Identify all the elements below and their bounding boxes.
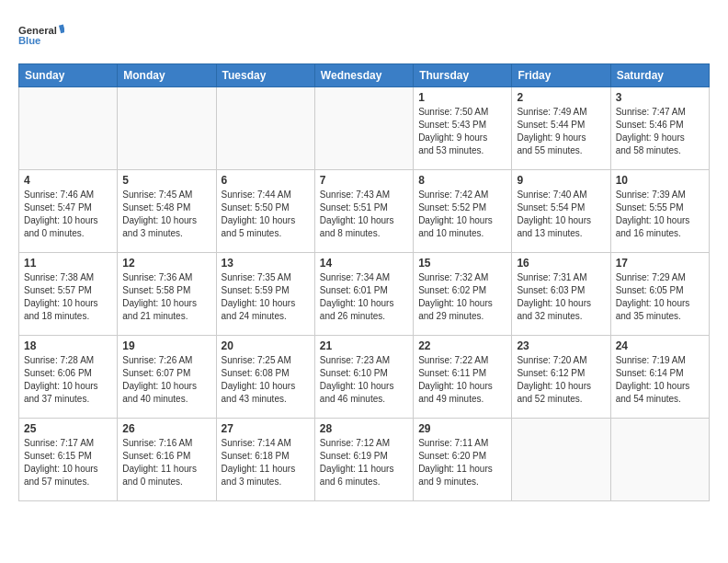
calendar-cell xyxy=(512,419,610,501)
calendar-cell: 27Sunrise: 7:14 AM Sunset: 6:18 PM Dayli… xyxy=(216,419,314,501)
day-info: Sunrise: 7:12 AM Sunset: 6:19 PM Dayligh… xyxy=(320,437,408,488)
day-info: Sunrise: 7:39 AM Sunset: 5:55 PM Dayligh… xyxy=(616,189,704,240)
calendar-cell: 21Sunrise: 7:23 AM Sunset: 6:10 PM Dayli… xyxy=(314,336,413,419)
weekday-header-thursday: Thursday xyxy=(414,64,512,87)
day-number: 5 xyxy=(122,174,210,187)
calendar-cell: 25Sunrise: 7:17 AM Sunset: 6:15 PM Dayli… xyxy=(19,419,118,501)
day-number: 2 xyxy=(517,91,605,104)
calendar-cell: 20Sunrise: 7:25 AM Sunset: 6:08 PM Dayli… xyxy=(216,336,314,419)
calendar-cell xyxy=(118,87,216,170)
day-info: Sunrise: 7:28 AM Sunset: 6:06 PM Dayligh… xyxy=(24,354,112,406)
day-number: 20 xyxy=(222,339,310,352)
day-info: Sunrise: 7:19 AM Sunset: 6:14 PM Dayligh… xyxy=(616,354,704,406)
day-number: 18 xyxy=(24,339,112,352)
day-info: Sunrise: 7:17 AM Sunset: 6:15 PM Dayligh… xyxy=(24,437,112,488)
calendar-cell: 10Sunrise: 7:39 AM Sunset: 5:55 PM Dayli… xyxy=(610,170,709,253)
calendar-cell: 29Sunrise: 7:11 AM Sunset: 6:20 PM Dayli… xyxy=(414,419,512,501)
day-number: 6 xyxy=(222,174,310,187)
weekday-header-row: SundayMondayTuesdayWednesdayThursdayFrid… xyxy=(19,64,710,87)
calendar-cell: 16Sunrise: 7:31 AM Sunset: 6:03 PM Dayli… xyxy=(512,253,610,336)
day-info: Sunrise: 7:50 AM Sunset: 5:43 PM Dayligh… xyxy=(418,106,506,157)
day-number: 10 xyxy=(616,174,704,187)
calendar-cell: 11Sunrise: 7:38 AM Sunset: 5:57 PM Dayli… xyxy=(19,253,118,336)
day-number: 11 xyxy=(24,257,112,270)
day-info: Sunrise: 7:32 AM Sunset: 6:02 PM Dayligh… xyxy=(418,271,506,323)
day-number: 1 xyxy=(418,91,506,104)
day-number: 14 xyxy=(320,257,408,270)
day-number: 26 xyxy=(122,422,210,435)
calendar-cell: 3Sunrise: 7:47 AM Sunset: 5:46 PM Daylig… xyxy=(610,87,709,170)
day-number: 23 xyxy=(517,339,605,352)
page-header: General Blue xyxy=(18,15,710,56)
calendar-cell: 13Sunrise: 7:35 AM Sunset: 5:59 PM Dayli… xyxy=(216,253,314,336)
calendar-cell xyxy=(610,419,709,501)
calendar-cell xyxy=(216,87,314,170)
day-info: Sunrise: 7:35 AM Sunset: 5:59 PM Dayligh… xyxy=(222,271,310,323)
day-info: Sunrise: 7:14 AM Sunset: 6:18 PM Dayligh… xyxy=(222,437,310,488)
logo: General Blue xyxy=(18,15,64,56)
day-info: Sunrise: 7:25 AM Sunset: 6:08 PM Dayligh… xyxy=(222,354,310,406)
calendar-cell: 28Sunrise: 7:12 AM Sunset: 6:19 PM Dayli… xyxy=(314,419,413,501)
calendar-cell: 17Sunrise: 7:29 AM Sunset: 6:05 PM Dayli… xyxy=(610,253,709,336)
day-info: Sunrise: 7:34 AM Sunset: 6:01 PM Dayligh… xyxy=(320,271,408,323)
day-info: Sunrise: 7:40 AM Sunset: 5:54 PM Dayligh… xyxy=(517,189,605,240)
day-info: Sunrise: 7:20 AM Sunset: 6:12 PM Dayligh… xyxy=(517,354,605,406)
weekday-header-saturday: Saturday xyxy=(610,64,709,87)
day-info: Sunrise: 7:23 AM Sunset: 6:10 PM Dayligh… xyxy=(320,354,408,406)
day-number: 22 xyxy=(418,339,506,352)
svg-marker-2 xyxy=(59,24,64,33)
calendar-cell: 8Sunrise: 7:42 AM Sunset: 5:52 PM Daylig… xyxy=(414,170,512,253)
calendar-cell: 18Sunrise: 7:28 AM Sunset: 6:06 PM Dayli… xyxy=(19,336,118,419)
day-number: 9 xyxy=(517,174,605,187)
calendar-cell xyxy=(19,87,118,170)
week-row-4: 25Sunrise: 7:17 AM Sunset: 6:15 PM Dayli… xyxy=(19,419,710,501)
day-info: Sunrise: 7:31 AM Sunset: 6:03 PM Dayligh… xyxy=(517,271,605,323)
day-info: Sunrise: 7:11 AM Sunset: 6:20 PM Dayligh… xyxy=(418,437,506,488)
day-info: Sunrise: 7:47 AM Sunset: 5:46 PM Dayligh… xyxy=(616,106,704,157)
week-row-1: 4Sunrise: 7:46 AM Sunset: 5:47 PM Daylig… xyxy=(19,170,710,253)
weekday-header-monday: Monday xyxy=(118,64,216,87)
day-number: 12 xyxy=(122,257,210,270)
day-number: 15 xyxy=(418,257,506,270)
day-number: 25 xyxy=(24,422,112,435)
day-number: 21 xyxy=(320,339,408,352)
calendar-cell: 2Sunrise: 7:49 AM Sunset: 5:44 PM Daylig… xyxy=(512,87,610,170)
day-number: 13 xyxy=(222,257,310,270)
weekday-header-wednesday: Wednesday xyxy=(314,64,413,87)
calendar-cell: 24Sunrise: 7:19 AM Sunset: 6:14 PM Dayli… xyxy=(610,336,709,419)
day-number: 17 xyxy=(616,257,704,270)
day-number: 27 xyxy=(222,422,310,435)
calendar-cell: 15Sunrise: 7:32 AM Sunset: 6:02 PM Dayli… xyxy=(414,253,512,336)
calendar-cell: 4Sunrise: 7:46 AM Sunset: 5:47 PM Daylig… xyxy=(19,170,118,253)
calendar-cell: 9Sunrise: 7:40 AM Sunset: 5:54 PM Daylig… xyxy=(512,170,610,253)
day-number: 16 xyxy=(517,257,605,270)
day-number: 28 xyxy=(320,422,408,435)
calendar-cell: 19Sunrise: 7:26 AM Sunset: 6:07 PM Dayli… xyxy=(118,336,216,419)
calendar-cell: 26Sunrise: 7:16 AM Sunset: 6:16 PM Dayli… xyxy=(118,419,216,501)
weekday-header-friday: Friday xyxy=(512,64,610,87)
day-info: Sunrise: 7:16 AM Sunset: 6:16 PM Dayligh… xyxy=(122,437,210,488)
week-row-3: 18Sunrise: 7:28 AM Sunset: 6:06 PM Dayli… xyxy=(19,336,710,419)
day-info: Sunrise: 7:22 AM Sunset: 6:11 PM Dayligh… xyxy=(418,354,506,406)
day-info: Sunrise: 7:44 AM Sunset: 5:50 PM Dayligh… xyxy=(222,189,310,240)
logo-svg: General Blue xyxy=(18,15,64,56)
weekday-header-tuesday: Tuesday xyxy=(216,64,314,87)
day-number: 19 xyxy=(122,339,210,352)
day-info: Sunrise: 7:42 AM Sunset: 5:52 PM Dayligh… xyxy=(418,189,506,240)
week-row-0: 1Sunrise: 7:50 AM Sunset: 5:43 PM Daylig… xyxy=(19,87,710,170)
calendar-cell: 1Sunrise: 7:50 AM Sunset: 5:43 PM Daylig… xyxy=(414,87,512,170)
day-number: 24 xyxy=(616,339,704,352)
day-info: Sunrise: 7:26 AM Sunset: 6:07 PM Dayligh… xyxy=(122,354,210,406)
calendar-table: SundayMondayTuesdayWednesdayThursdayFrid… xyxy=(18,63,710,501)
svg-text:General: General xyxy=(18,25,57,36)
day-info: Sunrise: 7:46 AM Sunset: 5:47 PM Dayligh… xyxy=(24,189,112,240)
day-info: Sunrise: 7:38 AM Sunset: 5:57 PM Dayligh… xyxy=(24,271,112,323)
day-number: 29 xyxy=(418,422,506,435)
calendar-cell: 5Sunrise: 7:45 AM Sunset: 5:48 PM Daylig… xyxy=(118,170,216,253)
calendar-cell: 14Sunrise: 7:34 AM Sunset: 6:01 PM Dayli… xyxy=(314,253,413,336)
day-info: Sunrise: 7:49 AM Sunset: 5:44 PM Dayligh… xyxy=(517,106,605,157)
svg-text:Blue: Blue xyxy=(18,35,40,46)
weekday-header-sunday: Sunday xyxy=(19,64,118,87)
day-number: 7 xyxy=(320,174,408,187)
calendar-cell xyxy=(314,87,413,170)
